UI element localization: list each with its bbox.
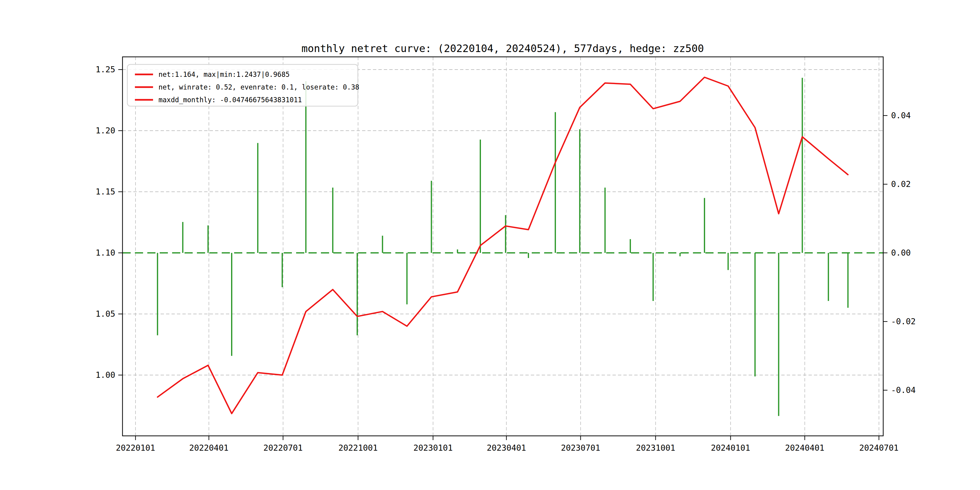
left-tick-label-1.15: 1.15 [95,187,115,196]
plot-border [123,57,883,436]
net-curve [158,78,848,414]
left-tick-label-1.00: 1.00 [95,370,115,380]
right-tick-label--0.04: -0.04 [891,385,916,395]
x-tick-label-20240401: 20240401 [785,443,824,452]
x-tick-label-20231001: 20231001 [636,443,675,452]
x-tick-label-20220101: 20220101 [116,443,155,452]
x-tick-label-20230701: 20230701 [561,443,600,452]
legend-label-0: net:1.164, max|min:1.2437|0.9685 [159,70,290,78]
right-tick-label-0.04: 0.04 [891,111,911,120]
right-tick-label-0.00: 0.00 [891,248,911,258]
right-tick-label--0.02: -0.02 [891,317,916,326]
net-curve-layer [158,78,848,414]
left-tick-label-1.10: 1.10 [95,248,115,258]
legend-box: net:1.164, max|min:1.2437|0.9685net, win… [127,64,360,106]
x-tick-label-20221001: 20221001 [339,443,378,452]
chart-title: monthly netret curve: (20220104, 2024052… [302,42,704,54]
netret-chart: 2022010120220401202207012022100120230101… [0,0,980,490]
right-tick-label-0.02: 0.02 [891,179,911,189]
x-tick-label-20230401: 20230401 [487,443,526,452]
x-tick-label-20220401: 20220401 [189,443,229,452]
legend-label-1: net, winrate: 0.52, evenrate: 0.1, loser… [159,83,360,91]
left-tick-label-1.05: 1.05 [95,309,115,318]
x-tick-label-20240101: 20240101 [711,443,750,452]
legend-label-2: maxdd_monthly: -0.04746675643831011 [159,96,302,104]
grid-layer [123,57,883,436]
left-tick-label-1.25: 1.25 [95,65,115,74]
left-tick-label-1.20: 1.20 [95,126,115,135]
x-tick-label-20220701: 20220701 [263,443,303,452]
x-tick-label-20230101: 20230101 [414,443,453,452]
axis-ticks-layer: 2022010120220401202207012022100120230101… [95,65,916,452]
monthly-return-bars [158,78,848,416]
x-tick-label-20240701: 20240701 [859,443,899,452]
